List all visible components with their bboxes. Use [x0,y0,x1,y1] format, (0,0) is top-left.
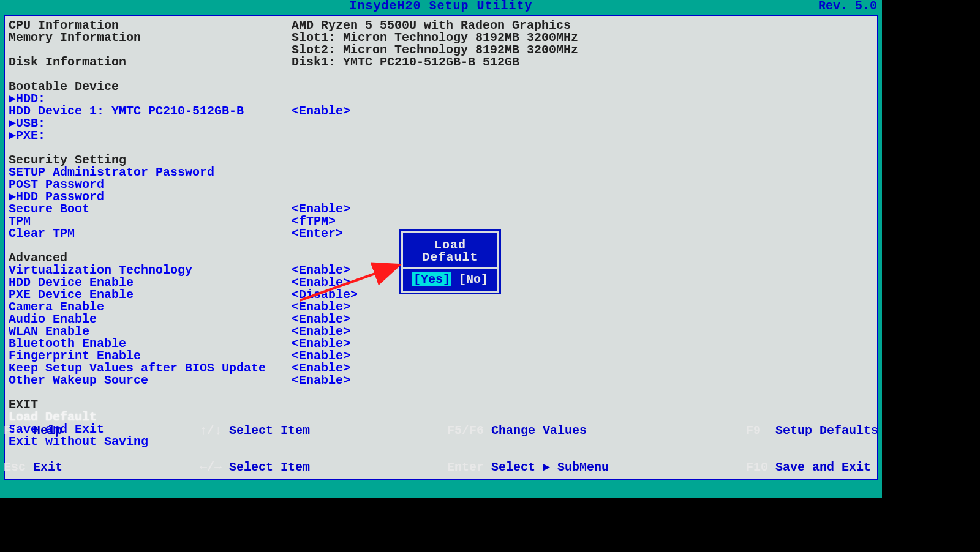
hdd-enable-value[interactable]: <Enable> [292,277,350,289]
bios-screen: InsydeH20 Setup Utility Rev. 5.0 CPU Inf… [0,0,882,498]
post-password[interactable]: POST Password [9,179,872,191]
audio-enable-value[interactable]: <Enable> [292,313,350,326]
clear-tpm-label[interactable]: Clear TPM [9,228,292,240]
other-wakeup-value[interactable]: <Enable> [292,375,350,387]
memory-slot2: Slot2: Micron Technology 8192MB 3200MHz [292,44,578,56]
other-wakeup-label[interactable]: Other Wakeup Source [9,375,292,387]
bluetooth-enable-label[interactable]: Bluetooth Enable [9,338,292,350]
f1-help: Help [33,423,62,438]
esc-exit: Exit [33,460,62,474]
pxe-enable-label[interactable]: PXE Device Enable [9,289,292,301]
title-bar: InsydeH20 Setup Utility [0,0,882,12]
save-and-exit-item[interactable]: Save and Exit [9,423,872,436]
exit-without-saving-item[interactable]: Exit without Saving [9,436,872,448]
wlan-enable-value[interactable]: <Enable> [292,326,350,338]
bluetooth-enable-value[interactable]: <Enable> [292,338,350,350]
change-values: Change Values [491,423,587,438]
disk-info-label: Disk Information [9,56,292,69]
load-default-dialog: Load Default [Yes] [No] [401,231,499,293]
wlan-enable-label[interactable]: WLAN Enable [9,326,292,338]
virtualization-label[interactable]: Virtualization Technology [9,264,292,277]
f9-key: F9 [746,423,775,438]
leftright-key: ←/→ [200,460,229,474]
load-default-item[interactable]: Load Default [9,411,872,423]
footer-bar: F1 Help Esc Exit ↑/↓ Select Item ←/→ Sel… [0,481,882,498]
memory-info-label: Memory Information [9,32,292,44]
select-item-1: Select Item [229,423,310,438]
fingerprint-enable-label[interactable]: Fingerprint Enable [9,350,292,362]
disk-info-value: Disk1: YMTC PC210-512GB-B 512GB [292,56,519,69]
hdd-enable-label[interactable]: HDD Device Enable [9,277,292,289]
tpm-label[interactable]: TPM [9,215,292,228]
fingerprint-enable-value[interactable]: <Enable> [292,350,350,362]
virtualization-value[interactable]: <Enable> [292,264,350,277]
dialog-title: Load Default [403,236,497,269]
hdd-device-1[interactable]: HDD Device 1: YMTC PC210-512GB-B [9,105,292,117]
hdd-device-1-value[interactable]: <Enable> [292,105,350,117]
hdd-submenu[interactable]: ▶HDD: [9,93,872,105]
secure-boot-label[interactable]: Secure Boot [9,203,292,215]
setup-admin-password[interactable]: SETUP Administrator Password [9,166,872,179]
dialog-yes-button[interactable]: [Yes] [412,272,451,286]
setup-defaults: Setup Defaults [775,423,878,438]
updown-key: ↑/↓ [200,423,229,438]
cpu-info-value: AMD Ryzen 5 5500U with Radeon Graphics [292,20,571,32]
cpu-info-label: CPU Information [9,20,292,32]
f10-key: F10 [746,460,775,474]
f1-key: F1 [4,423,33,438]
save-and-exit-hint: Save and Exit [775,460,871,474]
camera-enable-label[interactable]: Camera Enable [9,301,292,313]
camera-enable-value[interactable]: <Enable> [292,301,350,313]
dialog-no-button[interactable]: [No] [459,272,488,286]
pxe-submenu[interactable]: ▶PXE: [9,130,872,142]
exit-header: EXIT [9,399,872,411]
pxe-enable-value[interactable]: <Disable> [292,289,358,301]
bootable-header: Bootable Device [9,81,872,93]
audio-enable-label[interactable]: Audio Enable [9,313,292,326]
f5f6-key: F5/F6 [447,423,491,438]
select-submenu: Select ▶ SubMenu [491,460,609,474]
keep-values-value[interactable]: <Enable> [292,362,350,375]
memory-slot1: Slot1: Micron Technology 8192MB 3200MHz [292,32,578,44]
clear-tpm-value[interactable]: <Enter> [292,228,343,240]
keep-values-label[interactable]: Keep Setup Values after BIOS Update [9,362,292,375]
hdd-password[interactable]: ▶HDD Password [9,191,872,203]
usb-submenu[interactable]: ▶USB: [9,117,872,130]
tpm-value[interactable]: <fTPM> [292,215,336,228]
secure-boot-value[interactable]: <Enable> [292,203,350,215]
esc-key: Esc [4,460,33,474]
security-header: Security Setting [9,154,872,166]
revision-label: Rev. 5.0 [818,0,877,12]
enter-key: Enter [447,460,491,474]
select-item-2: Select Item [229,460,310,474]
